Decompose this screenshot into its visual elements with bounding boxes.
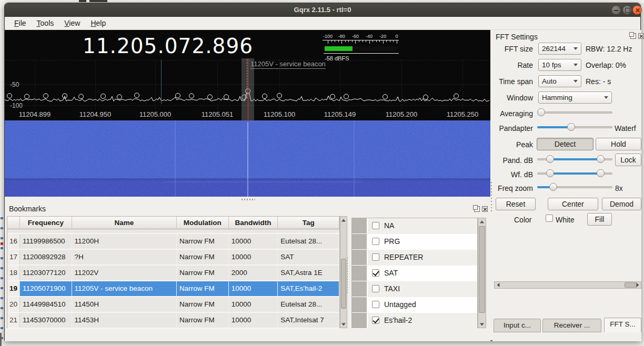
tag-color-swatch[interactable] (352, 297, 368, 313)
frequency-axis-label: 11204.899 (19, 110, 51, 118)
bookmark-row[interactable]: 191120507190011205V - service beaconNarr… (7, 281, 339, 297)
scroll-up-icon[interactable] (478, 218, 486, 225)
float-dock-icon[interactable] (630, 33, 636, 39)
bookmark-row[interactable]: 181120307712011202VNarrow FM2000SAT,Astr… (7, 266, 339, 281)
waterfall-db-range-slider[interactable] (537, 169, 612, 178)
column-header[interactable]: Tag (278, 217, 339, 229)
waterfall-display[interactable] (5, 120, 490, 197)
tag-color-swatch[interactable] (352, 266, 368, 281)
chevron-down-icon (604, 96, 608, 99)
peak-label: Peak (492, 140, 533, 149)
tag-checkbox[interactable] (372, 238, 379, 245)
column-header[interactable]: Bandwidth (229, 217, 278, 229)
white-checkbox[interactable] (546, 215, 553, 222)
scroll-down-icon[interactable] (478, 321, 486, 328)
bookmarks-table-header: FrequencyNameModulationBandwidthTag (7, 217, 339, 229)
slider-high-handle[interactable] (597, 169, 605, 177)
bookmark-row[interactable]: 201144998451011450HNarrow FM10000Eutelsa… (7, 297, 339, 313)
dock-tab-inputc[interactable]: Input c... (494, 319, 541, 332)
tag-row[interactable]: REPEATER (352, 250, 477, 266)
dock-splitter-dots[interactable] (347, 258, 348, 294)
menu-help[interactable]: Help (85, 17, 111, 29)
pandapter-db-range-slider[interactable] (537, 155, 612, 164)
column-header[interactable]: Frequency (20, 217, 72, 229)
tuning-line[interactable] (248, 58, 248, 120)
time-span-combobox[interactable]: Auto (538, 75, 581, 87)
cell-modulation: Narrow FM (177, 266, 229, 280)
titlebar[interactable]: Gqrx 2.11.5 - rtl=0 (5, 3, 640, 17)
tag-color-swatch[interactable] (352, 218, 368, 234)
lock-button[interactable]: Lock (615, 154, 641, 166)
panel-horizontal-scrollbar[interactable] (494, 281, 641, 289)
scroll-right-icon[interactable] (634, 282, 641, 288)
dock-tab-ffts[interactable]: FFT S... (604, 318, 641, 332)
tag-row[interactable]: Untagged (352, 297, 477, 313)
menu-view[interactable]: View (59, 17, 85, 29)
maximize-button-icon[interactable] (622, 5, 632, 15)
frequency-axis-label: 11204.950 (79, 110, 112, 118)
pandapter-label: Pandapter (492, 124, 533, 133)
tag-checkbox[interactable] (372, 253, 379, 261)
tag-checkbox[interactable] (372, 301, 379, 308)
minimize-button-icon[interactable] (611, 5, 621, 15)
rate-combobox[interactable]: 10 fps (538, 59, 581, 71)
slider-handle[interactable] (567, 123, 575, 131)
tag-checkbox[interactable] (372, 317, 379, 324)
tag-color-swatch[interactable] (352, 234, 368, 250)
column-header[interactable]: Modulation (177, 217, 229, 229)
tag-checkbox[interactable] (372, 269, 379, 277)
dock-tab-receiver[interactable]: Receiver ... (542, 319, 601, 332)
slider-low-handle[interactable] (546, 169, 554, 177)
demod-button[interactable]: Demod (602, 198, 641, 210)
pandapter-waterfall-split-slider[interactable] (537, 123, 612, 131)
cell-bandwidth: 10000 (229, 234, 278, 249)
averaging-slider[interactable] (537, 108, 612, 117)
tag-row[interactable]: Es'hail-2 (352, 313, 477, 329)
menu-file[interactable]: File (9, 17, 32, 29)
center-button[interactable]: Center (548, 198, 598, 210)
float-dock-icon[interactable] (474, 206, 480, 212)
fill-button[interactable]: Fill (587, 213, 612, 226)
reset-button[interactable]: Reset (496, 198, 536, 210)
fft-size-combobox[interactable]: 262144 (538, 43, 581, 55)
scroll-left-icon[interactable] (495, 282, 501, 288)
tag-row[interactable]: TAXI (352, 281, 477, 297)
bookmark-row[interactable]: 161119998650011200HNarrow FM10000Eutelsa… (7, 234, 339, 250)
scroll-down-icon[interactable] (340, 321, 347, 328)
window-combobox[interactable]: Hamming (538, 91, 612, 104)
scroll-up-icon[interactable] (340, 217, 347, 223)
tag-row[interactable]: SAT (352, 266, 477, 281)
slider-high-handle[interactable] (597, 155, 605, 163)
tag-checkbox[interactable] (372, 285, 379, 292)
tag-list-scrollbar[interactable] (478, 218, 486, 328)
close-dock-icon[interactable] (482, 206, 488, 212)
slider-low-handle[interactable] (546, 155, 554, 163)
menu-tools[interactable]: Tools (32, 17, 59, 29)
tag-color-swatch[interactable] (352, 281, 368, 297)
peak-detect-button[interactable]: Detect (537, 138, 593, 150)
freq-zoom-slider[interactable] (537, 183, 612, 191)
tag-row[interactable]: NA (352, 218, 477, 234)
pandapter-display[interactable]: 11.205.072.896 -100-80-60-40-200 -58 dBF… (5, 30, 490, 120)
close-button-icon[interactable] (632, 5, 642, 15)
bookmarks-scrollbar[interactable] (340, 216, 347, 328)
bookmark-tag[interactable]: 11205V - service beacon (250, 60, 326, 69)
tag-row[interactable]: PRG (352, 234, 477, 250)
tag-color-swatch[interactable] (352, 313, 368, 329)
cell-modulation: Narrow FM (177, 234, 229, 249)
bookmark-row[interactable]: 211145307000011453HNarrow FM10000SAT,Int… (7, 313, 339, 329)
background-text-fragment (79, 0, 86, 2)
bookmark-row[interactable]: 1711200892928?HNarrow FM10000SAT (7, 250, 339, 266)
splitter-handle[interactable] (5, 197, 490, 202)
cell-name: 11200H (72, 234, 177, 249)
tag-checkbox[interactable] (372, 222, 379, 229)
scroll-thumb[interactable] (479, 226, 485, 313)
close-dock-icon[interactable] (638, 33, 644, 39)
scroll-thumb[interactable] (341, 259, 346, 309)
slider-handle[interactable] (537, 108, 545, 116)
tag-color-swatch[interactable] (352, 250, 368, 266)
row-number: 19 (7, 281, 20, 296)
peak-hold-button[interactable]: Hold (596, 138, 641, 150)
slider-handle[interactable] (549, 183, 557, 191)
column-header[interactable]: Name (72, 217, 177, 229)
